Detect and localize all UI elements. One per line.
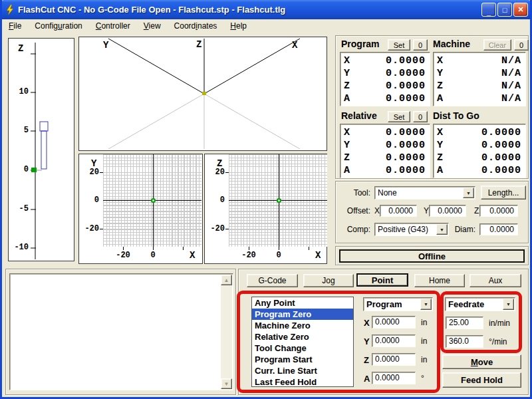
z-axis-gauge: Z 10 5 0 -5 -10	[8, 38, 74, 261]
tool-label: Tool:	[338, 188, 370, 198]
xy-htick: -20	[113, 251, 133, 260]
menu-configuration[interactable]: Configuration	[28, 20, 88, 32]
list-item-selected[interactable]: Program Zero	[252, 309, 353, 320]
rotary-feedrate-input[interactable]: 360.0	[446, 335, 483, 348]
diam-field[interactable]: 0.0000	[479, 223, 518, 235]
coord-row: Y0.0000	[437, 139, 521, 152]
tool-select[interactable]: None ▼	[374, 186, 475, 200]
z-tick-n10: -10	[10, 243, 29, 252]
offset-y-label: Y	[424, 206, 429, 215]
list-item[interactable]: Tool Change	[252, 342, 353, 354]
relative-zero-button[interactable]: 0	[413, 111, 428, 122]
gcode-listing-panel: ▲ ▼	[5, 269, 236, 395]
offset-y-field[interactable]: 0.0000	[429, 205, 466, 217]
offset-z-field[interactable]: 0.0000	[479, 205, 518, 217]
coord-row: XN/A	[437, 55, 521, 67]
scroll-down-button[interactable]: ▼	[221, 378, 232, 389]
zx-grid-view: Z X 20 0 -20 -20 0	[204, 154, 327, 264]
coord-row: X0.0000	[344, 55, 426, 67]
coord-row: X0.0000	[437, 126, 521, 139]
window-title: FlashCut CNC - No G-Code File Open - Fla…	[18, 5, 285, 15]
scroll-down-icon: ▼	[224, 381, 229, 387]
tool-length-button[interactable]: Length...	[481, 186, 526, 200]
feed-hold-button[interactable]: Feed Hold	[442, 372, 521, 388]
coordinate-readouts-panel: Program Set 0 Machine Clear 0 X0.0000 Y0…	[335, 35, 529, 179]
tab-jog[interactable]: Jog	[303, 274, 354, 287]
z-tick-0: 0	[10, 165, 29, 174]
coord-row: X0.0000	[344, 126, 426, 139]
maximize-icon: □	[503, 6, 507, 14]
coord-row: A0.0000	[437, 164, 521, 177]
zx-vtick: 0	[205, 196, 225, 205]
linear-feedrate-input[interactable]: 25.00	[446, 317, 483, 329]
maximize-button[interactable]: □	[497, 3, 512, 17]
tab-gcode[interactable]: G-Code	[247, 274, 298, 287]
a-coordinate-input[interactable]: 0.0000	[372, 372, 416, 384]
program-set-button[interactable]: Set	[388, 39, 410, 51]
chevron-down-icon[interactable]: ▼	[436, 224, 448, 235]
machine-zero-button[interactable]: 0	[514, 39, 529, 51]
coord-row: Y0.0000	[344, 139, 426, 152]
y-coordinate-input[interactable]: 0.0000	[372, 334, 416, 347]
offset-x-field[interactable]: 0.0000	[380, 205, 417, 217]
a-unit-label: °	[421, 374, 424, 383]
relative-coords-title: Relative	[341, 110, 377, 121]
gcode-listbox[interactable]: ▲ ▼	[9, 273, 233, 390]
z-tick-10: 10	[10, 87, 29, 96]
machine-clear-button[interactable]: Clear	[483, 39, 511, 51]
xy-grid-view: Y X 20 0 -20 -20 0	[78, 154, 203, 264]
lightning-bolt-icon	[5, 5, 15, 15]
comp-select[interactable]: Positive (G43) ▼	[374, 223, 449, 236]
menu-view[interactable]: View	[137, 20, 168, 32]
list-item[interactable]: Machine Zero	[252, 320, 353, 331]
list-item[interactable]: Program Start	[252, 354, 353, 365]
offset-z-label: Z	[474, 206, 479, 215]
feedrate-select[interactable]: Feedrate ▼	[445, 297, 515, 311]
xy-position-marker	[151, 198, 156, 203]
machine-coords-title: Machine	[433, 39, 470, 49]
program-zero-button[interactable]: 0	[413, 39, 428, 51]
tab-aux[interactable]: Aux	[469, 274, 521, 287]
list-item[interactable]: Last Feed Hold	[252, 376, 353, 388]
move-button[interactable]: Move	[442, 354, 521, 369]
scroll-up-button[interactable]: ▲	[221, 275, 232, 285]
gcode-scrollbar[interactable]: ▲ ▼	[221, 275, 232, 389]
relative-set-button[interactable]: Set	[388, 111, 410, 122]
tab-point[interactable]: Point	[356, 273, 408, 287]
coord-row: A0.0000	[344, 92, 426, 105]
zx-haxis-label: X	[315, 250, 321, 261]
linear-feedrate-unit: in/min	[489, 319, 510, 328]
menu-coordinates[interactable]: Coordinates	[168, 20, 224, 32]
chevron-down-icon[interactable]: ▼	[503, 299, 514, 310]
minimize-icon: _	[487, 8, 491, 16]
minimize-button[interactable]: _	[481, 3, 496, 17]
relative-coords-display: X0.0000 Y0.0000 Z0.0000 A0.0000	[340, 124, 430, 178]
diam-label: Diam:	[450, 225, 475, 234]
chevron-down-icon[interactable]: ▼	[463, 188, 474, 198]
coord-row: Z0.0000	[437, 152, 521, 164]
close-icon: ✕	[517, 5, 523, 14]
list-item[interactable]: Any Point	[252, 297, 353, 309]
menu-controller[interactable]: Controller	[89, 20, 137, 32]
z-position-marker	[31, 168, 37, 172]
list-item[interactable]: Relative Zero	[252, 331, 353, 342]
menu-help[interactable]: Help	[223, 20, 253, 32]
status-badge: Offline	[339, 249, 525, 263]
x-coordinate-input[interactable]: 0.0000	[372, 316, 416, 329]
list-item[interactable]: Curr. Line Start	[252, 365, 353, 376]
point-type-listbox[interactable]: Any Point Program Zero Machine Zero Rela…	[251, 297, 354, 387]
tab-home[interactable]: Home	[414, 274, 465, 287]
tool-panel: Tool: None ▼ Length... Offset: X 0.0000 …	[335, 181, 529, 243]
rotary-feedrate-unit: °/min	[489, 337, 507, 346]
close-button[interactable]: ✕	[513, 3, 528, 17]
coord-system-select[interactable]: Program ▼	[363, 297, 433, 311]
xy-htick: 0	[143, 251, 163, 260]
menu-file[interactable]: File	[2, 20, 28, 32]
isometric-view: Y Z X	[78, 37, 327, 151]
xy-vtick: 20	[79, 168, 99, 177]
z-coordinate-input[interactable]: 0.0000	[372, 353, 416, 366]
chevron-down-icon[interactable]: ▼	[420, 299, 432, 310]
title-bar[interactable]: FlashCut CNC - No G-Code File Open - Fla…	[0, 0, 532, 19]
zx-htick: 0	[269, 251, 289, 260]
coord-row: A0.0000	[344, 164, 426, 177]
